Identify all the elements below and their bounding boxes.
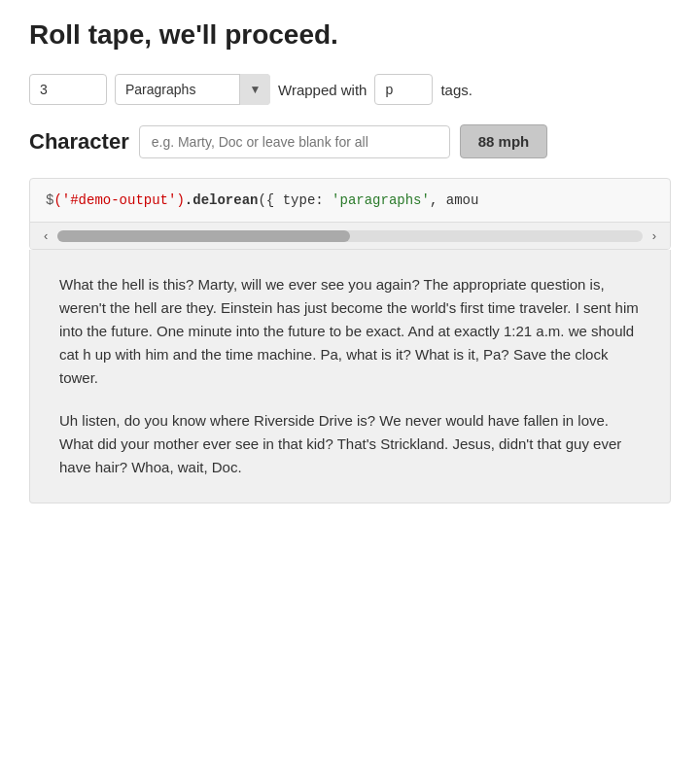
code-paren-open: ({: [258, 192, 282, 208]
page-title: Roll tape, we'll proceed.: [29, 19, 671, 51]
output-paragraph-2: Uh listen, do you know where Riverside D…: [59, 409, 641, 479]
code-block: $('#demo-output').delorean({ type: 'para…: [30, 179, 670, 222]
code-scrollbar: ‹ ›: [30, 222, 670, 249]
character-input[interactable]: [139, 125, 450, 158]
type-select-wrapper: Paragraphs Sentences Words ▼: [115, 74, 270, 105]
type-select[interactable]: Paragraphs Sentences Words: [115, 74, 270, 105]
code-comma: , amou: [430, 192, 478, 208]
scroll-right-icon[interactable]: ›: [647, 226, 662, 245]
amount-input[interactable]: [29, 74, 107, 105]
controls-row: Paragraphs Sentences Words ▼ Wrapped wit…: [29, 74, 671, 105]
code-colon: :: [315, 192, 332, 208]
scroll-thumb: [57, 230, 350, 242]
code-method: .delorean: [185, 192, 259, 208]
wrapped-with-label: Wrapped with: [278, 82, 367, 98]
output-section: What the hell is this? Marty, will we ev…: [29, 250, 671, 504]
code-selector: ('#demo-output'): [53, 192, 184, 208]
output-paragraph-1: What the hell is this? Marty, will we ev…: [59, 273, 641, 390]
generate-button[interactable]: 88 mph: [460, 124, 548, 158]
code-section: $('#demo-output').delorean({ type: 'para…: [29, 178, 671, 250]
tag-input[interactable]: [374, 74, 433, 105]
tags-label: tags.: [440, 82, 472, 98]
character-label: Character: [29, 129, 129, 155]
scroll-track[interactable]: [57, 230, 642, 242]
scroll-left-icon[interactable]: ‹: [38, 226, 53, 245]
code-key-type: type: [283, 192, 316, 208]
code-value-type: 'paragraphs': [332, 192, 430, 208]
character-row: Character 88 mph: [29, 124, 671, 158]
